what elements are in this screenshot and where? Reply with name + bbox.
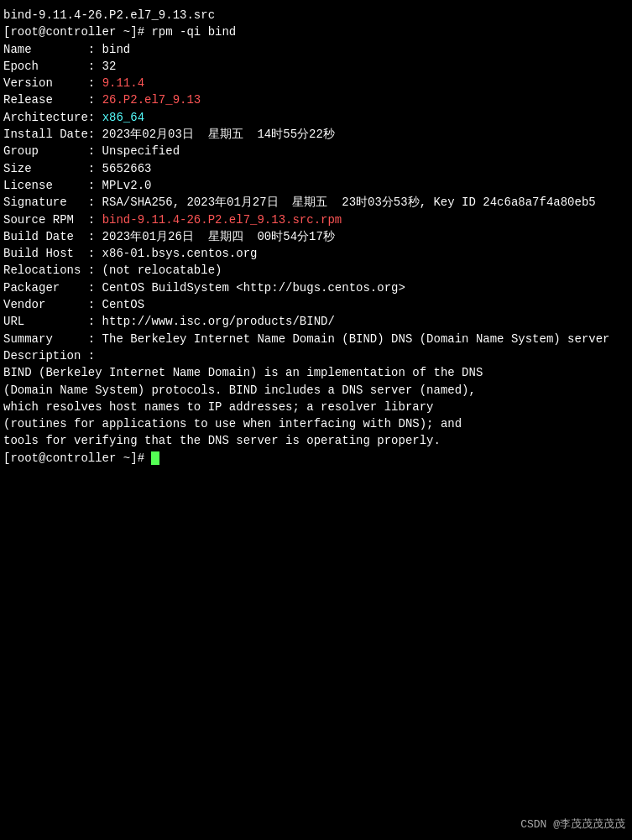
line-desc-header: Description : [3, 347, 629, 364]
line-arch: Architecture: x86_64 [3, 109, 629, 126]
line-summary: Summary : The Berkeley Internet Name Dom… [3, 331, 629, 347]
line-srcrpm: Source RPM : bind-9.11.4-26.P2.el7_9.13.… [3, 211, 629, 228]
watermark: CSDN @李茂茂茂茂茂 [520, 817, 625, 833]
line-desc5: tools for verifying that the DNS server … [3, 432, 629, 449]
line-reloc: Relocations : (not relocatable) [3, 262, 629, 279]
line-final-prompt[interactable]: [root@controller ~]# [3, 450, 629, 467]
line-buildhost: Build Host : x86-01.bsys.centos.org [3, 245, 629, 262]
terminal-cursor [151, 451, 159, 465]
line-epoch: Epoch : 32 [3, 58, 629, 75]
line-vendor: Vendor : CentOS [3, 296, 629, 313]
line-install: Install Date: 2023年02月03日 星期五 14时55分22秒 [3, 126, 629, 143]
line-version: Version : 9.11.4 [3, 75, 629, 91]
line-sig: Signature : RSA/SHA256, 2023年01月27日 星期五 … [3, 194, 629, 211]
line-desc2: (Domain Name System) protocols. BIND inc… [3, 382, 629, 399]
line-desc3: which resolves host names to IP addresse… [3, 399, 629, 415]
line-prev1: bind-9.11.4-26.P2.el7_9.13.src [3, 7, 629, 23]
line-name: Name : bind [3, 41, 629, 58]
terminal-window: bind-9.11.4-26.P2.el7_9.13.src [root@con… [0, 0, 632, 840]
line-builddate: Build Date : 2023年01月26日 星期四 00时54分17秒 [3, 228, 629, 245]
line-group: Group : Unspecified [3, 143, 629, 159]
line-size: Size : 5652663 [3, 160, 629, 177]
line-packager: Packager : CentOS BuildSystem <http://bu… [3, 279, 629, 296]
line-license: License : MPLv2.0 [3, 177, 629, 194]
line-release: Release : 26.P2.el7_9.13 [3, 91, 629, 108]
line-desc1: BIND (Berkeley Internet Name Domain) is … [3, 364, 629, 381]
line-cmd: [root@controller ~]# rpm -qi bind [3, 23, 629, 40]
line-url: URL : http://www.isc.org/products/BIND/ [3, 313, 629, 330]
line-desc4: (routines for applications to use when i… [3, 415, 629, 432]
